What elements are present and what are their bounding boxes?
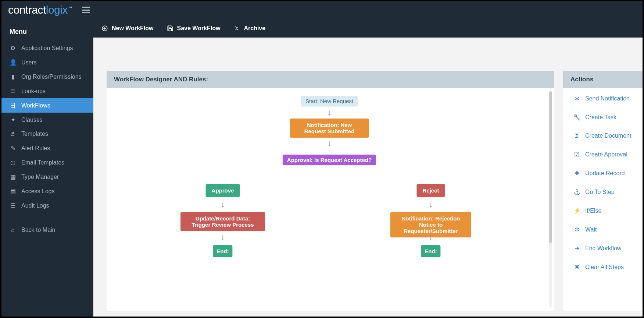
book-icon: ▮ (10, 73, 16, 80)
sidebar-item-clauses[interactable]: ✦Clauses (1, 113, 93, 127)
sidebar-back-to-main[interactable]: ⌂ Back to Main (1, 223, 93, 237)
toolbar-label: Archive (244, 25, 265, 32)
arrow-down-icon: ↓ (221, 201, 225, 209)
sidebar-item-label: Alert Rules (21, 145, 50, 152)
toolbar-label: New WorkFlow (112, 25, 154, 32)
save-icon (167, 25, 173, 32)
designer-title: WorkFlow Designer AND Rules: (107, 71, 554, 88)
sidebar-item-label: Audit Logs (21, 202, 49, 209)
action-label: Create Document (585, 132, 631, 139)
sidebar-item-label: Type Manager (21, 174, 59, 180)
sidebar-item-label: WorkFlows (21, 102, 50, 109)
toolbar-label: Save WorkFlow (177, 25, 221, 32)
node-approval-decision[interactable]: Approval: Is Request Accepted? (283, 155, 376, 165)
action-label: Clear All Steps (585, 264, 624, 271)
action-create-document[interactable]: 🗎Create Document (573, 132, 640, 139)
sidebar-item-label: Application Settings (21, 45, 73, 52)
node-end-right[interactable]: End: (421, 245, 440, 257)
action-update-record[interactable]: ✚Update Record (573, 170, 640, 177)
action-label: Go To Step (585, 189, 615, 195)
action-label: Send Notification (585, 95, 630, 102)
node-start[interactable]: Start: New Request (301, 96, 358, 106)
sidebar-item-alert-rules[interactable]: ✎Alert Rules (1, 141, 93, 155)
action-create-task[interactable]: 🔧Create Task (573, 114, 640, 121)
plus-square-icon: ✚ (573, 170, 580, 177)
brand-part2: logix (46, 4, 68, 16)
sidebar-item-label: Email Templates (21, 159, 64, 166)
toolbar-save-workflow[interactable]: Save WorkFlow (167, 25, 221, 32)
toolbar-new-workflow[interactable]: New WorkFlow (101, 25, 154, 32)
action-create-approval[interactable]: ☑Create Approval (573, 151, 640, 158)
log-icon: ☰ (10, 202, 16, 209)
document-icon: 🗎 (573, 132, 580, 139)
node-approve[interactable]: Approve (206, 184, 240, 197)
sidebar-title: Menu (1, 21, 93, 41)
sidebar-item-label: Access Logs (21, 188, 55, 195)
action-label: End Workflow (585, 245, 621, 252)
action-send-notification[interactable]: ✉Send Notification (573, 95, 640, 102)
sidebar-item-workflows[interactable]: ⇶WorkFlows (1, 98, 93, 113)
list-icon: ☰ (10, 88, 16, 95)
check-icon: ☑ (573, 151, 580, 158)
end-icon: ⇥ (573, 245, 580, 252)
trademark-icon: ™ (68, 6, 72, 10)
sidebar-item-users[interactable]: 👤Users (1, 55, 93, 70)
action-label: Create Task (585, 114, 616, 121)
sidebar-item-templates[interactable]: 🗎Templates (1, 127, 93, 141)
gears-icon: ⚙ (10, 45, 16, 52)
main-area: New WorkFlowSave WorkFlowArchive WorkFlo… (93, 19, 643, 317)
arrow-down-icon: ↓ (221, 233, 225, 241)
node-notification-new-request[interactable]: Notification: New Request Submitted (290, 119, 369, 138)
sidebar-item-label: Clauses (21, 117, 43, 123)
brand-logo: contractlogix™ (8, 4, 72, 16)
scrollbar[interactable] (549, 91, 552, 308)
sidebar-item-email-templates[interactable]: ◷Email Templates (1, 155, 93, 170)
action-label: Update Record (585, 170, 625, 177)
action-wait[interactable]: ✲Wait (573, 226, 640, 233)
workflow-designer-panel: WorkFlow Designer AND Rules: Start: New … (107, 71, 554, 311)
brand-part1: contract (8, 4, 46, 16)
sidebar-item-look-ups[interactable]: ☰Look-ups (1, 84, 93, 98)
sitemap-icon: ⇶ (10, 102, 16, 109)
clock-icon: ◷ (10, 159, 16, 166)
sidebar-item-access-logs[interactable]: ▤Access Logs (1, 184, 93, 198)
sidebar-item-label: Look-ups (21, 88, 46, 95)
anchor-icon: ⚓ (573, 188, 580, 195)
arrow-down-icon: ↓ (328, 139, 332, 147)
action-end-workflow[interactable]: ⇥End Workflow (573, 245, 640, 252)
sidebar-item-label: Users (21, 59, 37, 66)
scrollbar-thumb[interactable] (549, 91, 552, 243)
arrow-down-icon: ↓ (429, 233, 433, 241)
arrow-down-icon: ↓ (429, 201, 433, 209)
sidebar-item-audit-logs[interactable]: ☰Audit Logs (1, 198, 93, 213)
sidebar-item-application-settings[interactable]: ⚙Application Settings (1, 41, 93, 55)
envelope-icon: ✉ (573, 95, 580, 102)
gears-icon: ✲ (573, 226, 580, 233)
edit-icon: ✎ (10, 145, 16, 152)
toolbar-archive[interactable]: Archive (233, 25, 265, 32)
actions-panel: Actions ✉Send Notification🔧Create Task🗎C… (563, 71, 643, 311)
user-icon: 👤 (10, 59, 16, 66)
plus-circle-icon (101, 25, 108, 32)
sidebar-item-type-manager[interactable]: ▦Type Manager (1, 170, 93, 184)
wrench-icon: 🔧 (573, 114, 580, 121)
topbar: contractlogix™ (1, 1, 643, 19)
sidebar: Menu ⚙Application Settings👤Users▮Org Rol… (1, 19, 93, 317)
node-update-record[interactable]: Update/Record Data: Trigger Review Proce… (180, 212, 265, 231)
action-go-to-step[interactable]: ⚓Go To Step (573, 188, 640, 195)
toolbar: New WorkFlowSave WorkFlowArchive (93, 19, 643, 38)
action-label: Create Approval (585, 151, 627, 158)
action-label: If/Else (585, 208, 601, 214)
workflow-canvas[interactable]: Start: New Request ↓ Notification: New R… (107, 88, 554, 311)
sidebar-item-label: Templates (21, 131, 48, 137)
action-if-else[interactable]: ⚡If/Else (573, 207, 640, 214)
file-icon: 🗎 (10, 131, 16, 137)
sidebar-item-org-roles-permissions[interactable]: ▮Org Roles/Permissions (1, 70, 93, 84)
grid-icon: ▦ (10, 173, 16, 180)
action-clear-all-steps[interactable]: ✖Clear All Steps (573, 264, 640, 271)
node-reject[interactable]: Reject (416, 184, 445, 197)
arrow-down-icon: ↓ (328, 109, 332, 117)
node-end-left[interactable]: End: (213, 245, 232, 257)
hamburger-icon[interactable] (82, 7, 90, 13)
home-icon: ⌂ (10, 227, 16, 233)
